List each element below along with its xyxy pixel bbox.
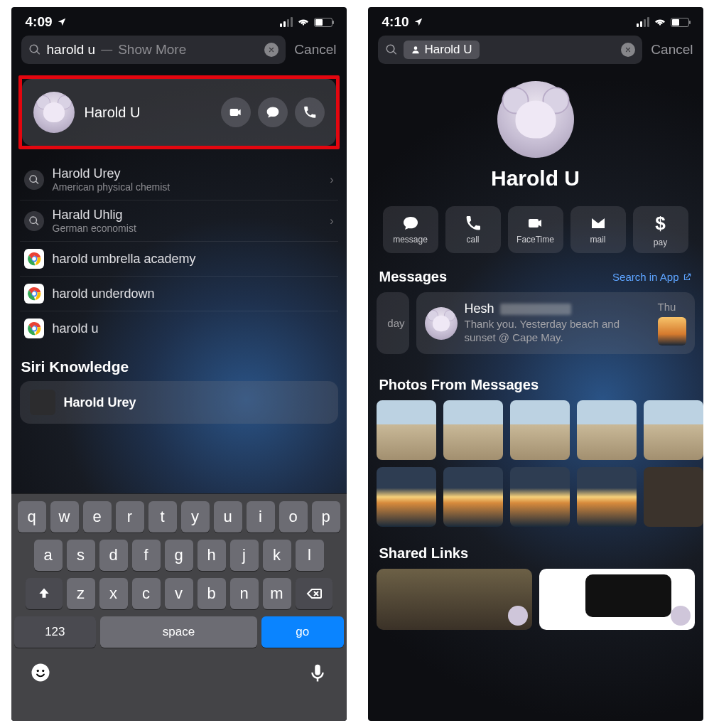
message-action[interactable]: message: [383, 206, 438, 253]
knowledge-title: Harold Urey: [64, 395, 136, 410]
key-x[interactable]: x: [99, 578, 128, 609]
message-day: Thu: [658, 301, 676, 313]
chrome-icon: [24, 249, 44, 269]
key-z[interactable]: z: [67, 578, 95, 609]
battery-icon: [314, 18, 332, 27]
contact-avatar[interactable]: [497, 81, 574, 158]
show-more-link[interactable]: Show More: [118, 42, 186, 58]
svg-point-5: [32, 291, 36, 296]
facetime-video-button[interactable]: [221, 97, 251, 127]
iphone-left: 4:09 harold u — Show More Cancel: [11, 7, 347, 721]
photo-thumb[interactable]: [644, 400, 703, 460]
svg-point-9: [31, 664, 49, 682]
key-q[interactable]: q: [18, 501, 46, 532]
space-key[interactable]: space: [100, 616, 257, 648]
search-query: harold u: [47, 42, 96, 58]
siri-knowledge-card[interactable]: Harold Urey: [20, 381, 338, 424]
annotation-highlight: Harold U: [18, 75, 340, 149]
photo-thumb[interactable]: [510, 400, 570, 460]
key-l[interactable]: l: [296, 540, 324, 571]
key-c[interactable]: c: [132, 578, 161, 609]
shared-link-card[interactable]: [539, 569, 695, 630]
key-h[interactable]: h: [198, 540, 226, 571]
spotlight-search[interactable]: harold u — Show More: [21, 36, 286, 64]
shared-link-card[interactable]: [377, 569, 532, 630]
photo-thumb[interactable]: [443, 467, 503, 527]
emoji-key[interactable]: [30, 662, 51, 683]
siri-suggestion-row[interactable]: Harold UreyAmerican physical chemist ›: [20, 159, 338, 200]
spotlight-search[interactable]: Harold U: [378, 36, 643, 64]
location-arrow-icon: [413, 17, 423, 27]
key-y[interactable]: y: [181, 501, 210, 532]
key-b[interactable]: b: [198, 578, 226, 609]
key-g[interactable]: g: [165, 540, 193, 571]
photo-thumb[interactable]: [443, 400, 503, 460]
key-t[interactable]: t: [148, 501, 177, 532]
svg-point-8: [32, 326, 36, 331]
photo-thumb[interactable]: [577, 400, 637, 460]
keyboard: q w e r t y u i o p a s d f g h j k l z …: [11, 493, 347, 721]
key-f[interactable]: f: [132, 540, 161, 571]
photo-thumb[interactable]: [377, 400, 436, 460]
web-suggestion-row[interactable]: harold u: [20, 311, 338, 346]
key-d[interactable]: d: [99, 540, 128, 571]
key-u[interactable]: u: [214, 501, 242, 532]
search-icon: [28, 43, 41, 56]
mail-action[interactable]: mail: [570, 206, 626, 253]
key-o[interactable]: o: [279, 501, 308, 532]
backspace-key[interactable]: [296, 578, 332, 609]
battery-icon: [671, 18, 689, 27]
search-icon: [24, 211, 44, 231]
cellular-icon: [280, 17, 293, 27]
facetime-action[interactable]: FaceTime: [508, 206, 563, 253]
svg-point-10: [36, 670, 38, 672]
message-button[interactable]: [258, 97, 288, 127]
key-w[interactable]: w: [50, 501, 79, 532]
key-n[interactable]: n: [230, 578, 259, 609]
svg-point-11: [42, 670, 44, 672]
dictation-key[interactable]: [307, 662, 328, 683]
memoji-avatar: [425, 307, 458, 340]
photo-thumb[interactable]: [510, 467, 570, 527]
numbers-key[interactable]: 123: [14, 616, 97, 648]
shared-links-heading: Shared Links: [368, 527, 703, 569]
key-m[interactable]: m: [263, 578, 291, 609]
pay-action[interactable]: $pay: [633, 206, 688, 253]
contact-title: Harold U: [491, 166, 580, 191]
chevron-right-icon: ›: [330, 173, 333, 186]
search-in-app-link[interactable]: Search in App: [612, 271, 691, 283]
key-a[interactable]: a: [34, 540, 63, 571]
key-j[interactable]: j: [230, 540, 259, 571]
key-i[interactable]: i: [247, 501, 275, 532]
search-icon: [24, 170, 44, 190]
cancel-button[interactable]: Cancel: [294, 42, 336, 58]
contact-token[interactable]: Harold U: [404, 41, 480, 59]
key-p[interactable]: p: [312, 501, 340, 532]
message-card[interactable]: Hesh Thank you. Yesterday beach and suns…: [416, 292, 695, 354]
cancel-button[interactable]: Cancel: [651, 42, 693, 58]
message-card-prev[interactable]: day: [377, 292, 409, 354]
shift-key[interactable]: [26, 578, 63, 609]
photo-thumb[interactable]: [377, 467, 436, 527]
key-v[interactable]: v: [165, 578, 193, 609]
sender-name: Hesh: [465, 301, 494, 316]
call-button[interactable]: [295, 97, 325, 127]
key-s[interactable]: s: [67, 540, 95, 571]
call-action[interactable]: call: [445, 206, 501, 253]
iphone-right: 4:10 Harold U Cancel: [368, 7, 703, 721]
photo-thumb[interactable]: [644, 467, 703, 527]
web-suggestion-row[interactable]: harold underdown: [20, 277, 338, 311]
redacted: [500, 304, 571, 315]
go-key[interactable]: go: [261, 616, 344, 648]
web-suggestion-row[interactable]: harold umbrella academy: [20, 242, 338, 277]
key-k[interactable]: k: [263, 540, 291, 571]
clear-icon[interactable]: [621, 43, 635, 57]
key-e[interactable]: e: [83, 501, 112, 532]
siri-suggestion-row[interactable]: Harald UhligGerman economist ›: [20, 200, 338, 242]
status-time: 4:09: [26, 14, 53, 30]
status-bar: 4:09: [11, 7, 347, 33]
key-r[interactable]: r: [116, 501, 144, 532]
top-hit-contact[interactable]: Harold U: [22, 79, 336, 146]
photo-thumb[interactable]: [577, 467, 637, 527]
clear-icon[interactable]: [264, 43, 278, 57]
